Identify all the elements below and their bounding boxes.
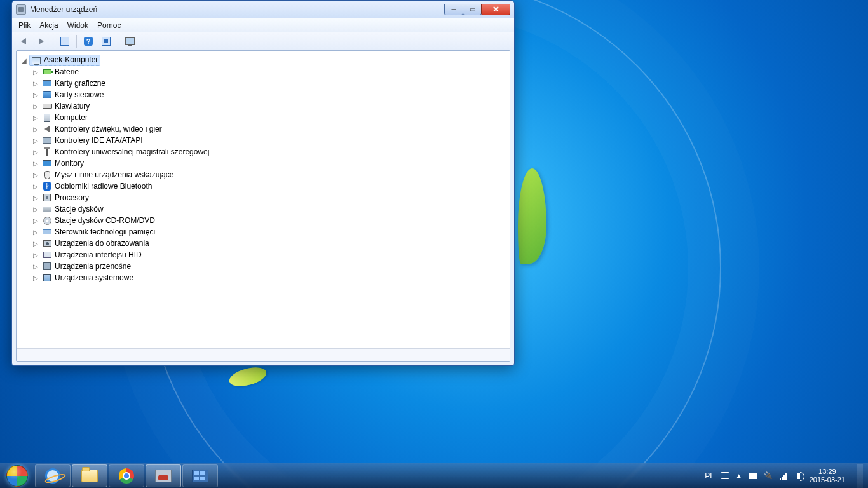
minimize-button[interactable]: ─ bbox=[444, 4, 463, 15]
tray-flag-icon[interactable] bbox=[749, 471, 757, 480]
expand-icon[interactable]: ▷ bbox=[32, 137, 39, 144]
tree-item[interactable]: ▷Kontrolery IDE ATA/ATAPI bbox=[32, 135, 505, 146]
back-button[interactable] bbox=[16, 34, 31, 48]
tree-item[interactable]: ▷Sterownik technologii pamięci bbox=[32, 226, 505, 238]
tree-item[interactable]: ▷Urządzenia systemowe bbox=[32, 272, 505, 283]
tree-item[interactable]: ▷Urządzenia do obrazowania bbox=[32, 238, 505, 249]
display-icon bbox=[42, 78, 52, 88]
tree-item[interactable]: ▷Procesory bbox=[32, 192, 505, 203]
expand-icon[interactable]: ▷ bbox=[32, 274, 39, 281]
toolbar-separator bbox=[118, 35, 118, 48]
tree-item[interactable]: ▷Urządzenia interfejsu HID bbox=[32, 249, 505, 261]
wallpaper-leaf-small bbox=[227, 364, 269, 390]
expand-icon[interactable]: ▷ bbox=[32, 160, 39, 167]
root-label: Asiek-Komputer bbox=[44, 55, 98, 65]
expand-icon[interactable]: ▷ bbox=[32, 114, 39, 121]
desktop: Menedżer urządzeń ─ ▭ ✕ Plik Akcja Widok… bbox=[0, 0, 868, 488]
statusbar bbox=[17, 348, 510, 361]
maximize-button[interactable]: ▭ bbox=[463, 4, 482, 15]
taskbar-explorer[interactable] bbox=[72, 464, 107, 487]
tree-root[interactable]: ◢ Asiek-Komputer bbox=[20, 55, 505, 66]
tray-keyboard-icon[interactable] bbox=[721, 471, 729, 480]
tray-language[interactable]: PL bbox=[705, 471, 714, 480]
help-button[interactable]: ? bbox=[81, 34, 96, 48]
clock-time: 13:29 bbox=[818, 468, 836, 476]
tree-item[interactable]: ▷Urządzenia przenośne bbox=[32, 261, 505, 272]
tray-clock[interactable]: 13:29 2015-03-21 bbox=[810, 468, 845, 484]
close-button[interactable]: ✕ bbox=[481, 4, 510, 15]
device-tree[interactable]: ◢ Asiek-Komputer ▷Baterie▷Karty graficzn… bbox=[17, 51, 510, 348]
forward-button[interactable] bbox=[34, 34, 49, 48]
monitor-icon bbox=[42, 158, 52, 168]
net-icon bbox=[42, 90, 52, 100]
tree-item[interactable]: ▷Stacje dysków CD-ROM/DVD bbox=[32, 215, 505, 226]
expand-icon[interactable]: ▷ bbox=[32, 103, 39, 110]
toolbar: ? bbox=[12, 32, 514, 50]
menu-file[interactable]: Plik bbox=[18, 21, 31, 30]
expand-icon[interactable]: ▷ bbox=[32, 183, 39, 190]
start-button[interactable] bbox=[0, 463, 34, 489]
expand-icon[interactable]: ▷ bbox=[32, 126, 39, 133]
app-icon bbox=[16, 4, 26, 15]
tree-item[interactable]: ▷Kontrolery dźwięku, wideo i gier bbox=[32, 123, 505, 135]
expand-icon[interactable]: ▷ bbox=[32, 206, 39, 213]
menu-help[interactable]: Pomoc bbox=[97, 21, 121, 30]
tray-show-hidden-icon[interactable]: ▲ bbox=[736, 472, 742, 479]
tree-item[interactable]: ▷Stacje dysków bbox=[32, 203, 505, 215]
menu-view[interactable]: Widok bbox=[67, 21, 88, 30]
tree-item-label: Karty graficzne bbox=[55, 79, 105, 88]
tree-item-label: Karty sieciowe bbox=[55, 90, 104, 99]
expand-icon[interactable]: ▷ bbox=[32, 194, 39, 201]
tray-network-icon[interactable] bbox=[779, 471, 788, 480]
tree-item-label: Kontrolery IDE ATA/ATAPI bbox=[55, 136, 143, 145]
computer-icon bbox=[31, 55, 41, 65]
expand-icon[interactable]: ▷ bbox=[32, 69, 39, 76]
taskbar-ie[interactable] bbox=[35, 464, 71, 487]
expand-icon[interactable]: ▷ bbox=[32, 80, 39, 87]
taskbar-control-panel[interactable] bbox=[182, 464, 218, 487]
collapse-icon[interactable]: ◢ bbox=[20, 57, 28, 64]
tree-item[interactable]: ▷Komputer bbox=[32, 112, 505, 123]
panel-icon bbox=[60, 37, 69, 46]
tree-item-label: Baterie bbox=[55, 67, 79, 76]
tree-item[interactable]: ▷Baterie bbox=[32, 66, 505, 78]
tray-power-icon[interactable]: 🔌 bbox=[764, 471, 773, 480]
tree-item[interactable]: ▷Klawiatury bbox=[32, 100, 505, 112]
tree-item[interactable]: ▷Monitory bbox=[32, 158, 505, 169]
expand-icon[interactable]: ▷ bbox=[32, 252, 39, 259]
tray-volume-icon[interactable] bbox=[794, 471, 803, 480]
expand-icon[interactable]: ▷ bbox=[32, 240, 39, 247]
devmgr-icon bbox=[155, 470, 172, 482]
arrow-left-icon bbox=[21, 38, 26, 44]
taskbar-chrome[interactable] bbox=[109, 464, 144, 487]
expand-icon[interactable]: ▷ bbox=[32, 217, 39, 224]
scan-hardware-button[interactable] bbox=[122, 34, 137, 48]
toolbar-separator bbox=[76, 35, 77, 48]
taskbar-devmgr[interactable] bbox=[146, 464, 181, 487]
expand-icon[interactable]: ▷ bbox=[32, 263, 39, 270]
tree-item-label: Klawiatury bbox=[55, 102, 90, 111]
tree-item[interactable]: ▷∦Odbiorniki radiowe Bluetooth bbox=[32, 180, 505, 192]
menu-action[interactable]: Akcja bbox=[39, 21, 58, 30]
content-pane: ◢ Asiek-Komputer ▷Baterie▷Karty graficzn… bbox=[16, 50, 510, 362]
show-hide-tree-button[interactable] bbox=[57, 34, 72, 48]
tree-item-label: Stacje dysków bbox=[55, 205, 104, 214]
sound-icon bbox=[42, 124, 52, 134]
titlebar[interactable]: Menedżer urządzeń ─ ▭ ✕ bbox=[12, 1, 514, 18]
expand-icon[interactable]: ▷ bbox=[32, 92, 39, 98]
tree-item[interactable]: ▷Mysz i inne urządzenia wskazujące bbox=[32, 169, 505, 180]
expand-icon[interactable]: ▷ bbox=[32, 229, 39, 236]
show-desktop-button[interactable] bbox=[857, 464, 863, 488]
help-icon: ? bbox=[84, 37, 93, 46]
tree-item[interactable]: ▷Karty sieciowe bbox=[32, 89, 505, 100]
tree-item[interactable]: ▷Karty graficzne bbox=[32, 78, 505, 89]
tree-item-label: Stacje dysków CD-ROM/DVD bbox=[55, 216, 155, 225]
tree-item-label: Kontrolery uniwersalnej magistrali szere… bbox=[55, 147, 209, 156]
tree-item-label: Urządzenia systemowe bbox=[55, 273, 133, 282]
tree-item[interactable]: ▷Kontrolery uniwersalnej magistrali szer… bbox=[32, 146, 505, 158]
expand-icon[interactable]: ▷ bbox=[32, 172, 39, 179]
expand-icon[interactable]: ▷ bbox=[32, 149, 39, 156]
wallpaper-leaf bbox=[518, 168, 546, 264]
properties-button[interactable] bbox=[98, 34, 114, 48]
scan-icon bbox=[125, 37, 135, 45]
